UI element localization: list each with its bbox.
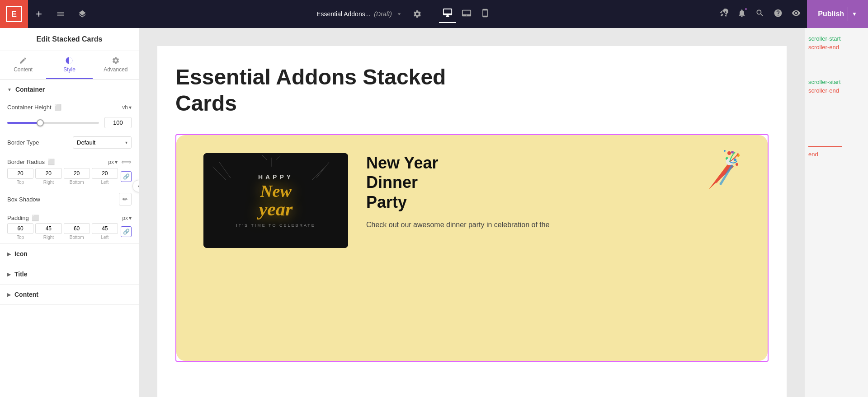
padding-bottom-label: Bottom xyxy=(70,235,84,240)
box-shadow-row: Box Shadow ✏ xyxy=(0,188,139,210)
container-section: ▼ Container Container Height ⬜ vh ▾ xyxy=(0,79,139,244)
content-section-arrow: ▶ xyxy=(7,292,11,297)
rocket-icon[interactable] xyxy=(717,6,731,23)
slider-thumb[interactable] xyxy=(37,119,44,126)
select-chevron: ▾ xyxy=(125,140,127,145)
height-unit-selector[interactable]: vh ▾ xyxy=(122,104,132,111)
padding-unit[interactable]: px ▾ xyxy=(122,215,132,221)
slider-fill xyxy=(7,122,40,124)
border-right-input[interactable] xyxy=(35,168,61,179)
left-label: Left xyxy=(101,180,109,185)
padding-left-label: Left xyxy=(101,235,109,240)
preview-icon[interactable] xyxy=(789,6,803,23)
new-year-image: HAPPY Newyear IT'S TIME TO CELEBRATE xyxy=(203,153,348,248)
search-icon[interactable] xyxy=(753,6,767,23)
bell-icon[interactable] xyxy=(735,6,749,23)
header-right-actions xyxy=(717,6,803,23)
container-section-header[interactable]: ▼ Container xyxy=(0,79,139,99)
padding-right-wrap: Right xyxy=(35,223,61,240)
title-section-label: Title xyxy=(14,271,28,278)
height-value-input[interactable] xyxy=(104,117,132,128)
svg-point-7 xyxy=(724,150,726,152)
border-type-row: Border Type Default ▾ xyxy=(0,132,139,153)
tablet-device-btn[interactable] xyxy=(458,5,475,23)
padding-left-input[interactable] xyxy=(92,223,118,234)
desktop-device-btn[interactable] xyxy=(439,5,456,23)
notification-badge xyxy=(744,7,748,11)
padding-bottom-wrap: Bottom xyxy=(64,223,90,240)
border-radius-resize-icon[interactable]: ⟺ xyxy=(121,158,132,166)
padding-label: Padding ⬜ xyxy=(7,215,118,221)
scroller-end-marker-2: scroller-end xyxy=(808,87,864,94)
padding-header-row: Padding ⬜ px ▾ xyxy=(0,210,139,223)
help-icon[interactable] xyxy=(771,6,785,23)
page-dropdown-icon[interactable] xyxy=(396,10,403,18)
layers-button[interactable] xyxy=(73,5,91,23)
border-top-wrap: Top xyxy=(7,168,33,185)
link-corners-button[interactable]: 🔗 xyxy=(121,171,132,182)
title-section-arrow: ▶ xyxy=(7,272,11,277)
scroller-start-marker-2: scroller-start xyxy=(808,79,864,85)
mobile-device-btn[interactable] xyxy=(477,6,493,22)
svg-line-19 xyxy=(276,155,280,160)
bottom-label: Bottom xyxy=(70,180,84,185)
card-image: HAPPY Newyear IT'S TIME TO CELEBRATE xyxy=(203,153,348,248)
page-title: Essential Addons... xyxy=(316,10,370,18)
card-title: New YearDinnerParty xyxy=(366,153,741,212)
padding-top-input[interactable] xyxy=(7,223,33,234)
publish-button[interactable]: Publish ▼ xyxy=(807,0,868,28)
border-bottom-wrap: Bottom xyxy=(64,168,90,185)
settings-button[interactable] xyxy=(52,5,70,23)
container-arrow: ▼ xyxy=(7,87,12,92)
icon-section-header[interactable]: ▶ Icon xyxy=(0,244,139,264)
padding-bottom-input[interactable] xyxy=(64,223,90,234)
svg-line-18 xyxy=(262,155,267,160)
border-type-select[interactable]: Default ▾ xyxy=(73,136,132,149)
panel-tabs: Content Style Advanced xyxy=(0,51,139,79)
border-radius-label: Border Radius ⬜ xyxy=(7,159,104,165)
top-label: Top xyxy=(17,180,24,185)
page-main-heading: Essential Addons StackedCards xyxy=(175,64,769,116)
left-panel: Edit Stacked Cards Content Style Advance… xyxy=(0,28,139,397)
border-radius-responsive-icon: ⬜ xyxy=(47,159,55,165)
content-section-label: Content xyxy=(14,291,38,298)
corner-inputs-group: Top Right Bottom Left xyxy=(7,168,118,185)
height-slider-track[interactable] xyxy=(7,122,99,124)
svg-point-6 xyxy=(736,163,738,166)
padding-responsive-icon: ⬜ xyxy=(32,215,39,221)
padding-right-label: Right xyxy=(43,235,54,240)
title-section-header[interactable]: ▶ Title xyxy=(0,264,139,285)
border-radius-unit[interactable]: px ▾ xyxy=(108,159,118,165)
tab-advanced[interactable]: Advanced xyxy=(93,51,139,79)
border-bottom-input[interactable] xyxy=(64,168,90,179)
scroller-end-marker-1: scroller-end xyxy=(808,44,864,51)
page-settings-icon[interactable] xyxy=(408,5,426,23)
tab-content[interactable]: Content xyxy=(0,51,46,79)
tab-style[interactable]: Style xyxy=(46,51,92,79)
link-padding-button[interactable]: 🔗 xyxy=(121,226,132,237)
border-left-input[interactable] xyxy=(92,168,118,179)
icon-section-arrow: ▶ xyxy=(7,252,11,257)
box-shadow-edit-button[interactable]: ✏ xyxy=(119,193,132,206)
marker-group-end: end xyxy=(808,145,864,158)
elementor-logo[interactable]: E xyxy=(0,0,28,28)
page-draft-status: (Draft) xyxy=(374,10,392,18)
panel-title: Edit Stacked Cards xyxy=(0,28,139,51)
card-left-area: HAPPY Newyear IT'S TIME TO CELEBRATE xyxy=(203,153,348,248)
add-element-button[interactable] xyxy=(30,5,48,23)
canvas-content: Essential Addons StackedCards xyxy=(157,46,787,397)
border-top-input[interactable] xyxy=(7,168,33,179)
icon-section-label: Icon xyxy=(14,250,28,257)
svg-point-2 xyxy=(734,159,736,161)
container-label: Container xyxy=(15,86,45,93)
responsive-icon: ⬜ xyxy=(54,104,61,111)
padding-top-wrap: Top xyxy=(7,223,33,240)
logo-inner: E xyxy=(6,6,22,22)
padding-right-input[interactable] xyxy=(35,223,61,234)
container-height-label: Container Height ⬜ xyxy=(7,104,118,111)
container-height-row: Container Height ⬜ vh ▾ xyxy=(0,99,139,115)
end-marker-line xyxy=(808,146,842,147)
content-section-header[interactable]: ▶ Content xyxy=(0,285,139,305)
stacked-card-wrapper: HAPPY Newyear IT'S TIME TO CELEBRATE New… xyxy=(175,134,769,362)
scroller-start-marker-1: scroller-start xyxy=(808,35,864,42)
